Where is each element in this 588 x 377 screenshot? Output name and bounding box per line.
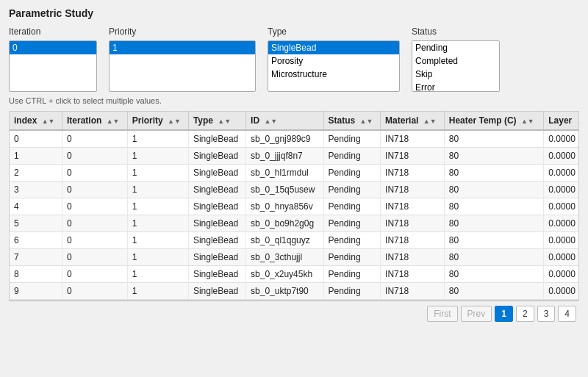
status-filter-group: Status Pending Completed Skip Error [412, 26, 500, 92]
cell-index: 9 [10, 283, 62, 300]
cell-iteration: 0 [62, 182, 127, 198]
cell-id: sb_0_15q5usew [246, 182, 323, 198]
cell-heater_temp: 80 [444, 182, 543, 198]
col-header-index[interactable]: index ▲▼ [10, 112, 62, 130]
cell-iteration: 0 [62, 283, 127, 300]
cell-heater_temp: 80 [444, 232, 543, 249]
cell-iteration: 0 [62, 165, 127, 182]
cell-status: Pending [323, 148, 381, 165]
table-row[interactable]: 301SingleBeadsb_0_15q5usewPendingIN71880… [10, 182, 579, 198]
table-row[interactable]: 201SingleBeadsb_0_hl1rmdulPendingIN71880… [10, 165, 579, 182]
col-header-id[interactable]: ID ▲▼ [246, 112, 323, 130]
cell-heater_temp: 80 [444, 198, 543, 215]
data-table: index ▲▼ Iteration ▲▼ Priority ▲▼ Type ▲… [10, 112, 579, 300]
cell-heater_temp: 80 [444, 266, 543, 283]
cell-heater_temp: 80 [444, 148, 543, 165]
col-header-priority[interactable]: Priority ▲▼ [127, 112, 188, 130]
table-row[interactable]: 701SingleBeadsb_0_3cthujjlPendingIN71880… [10, 249, 579, 266]
first-page-button[interactable]: First [427, 306, 457, 322]
cell-id: sb_0_x2uy45kh [246, 266, 323, 283]
sort-icon-index: ▲▼ [42, 118, 55, 125]
table-body: 001SingleBeadsb_0_gnj989c9PendingIN71880… [10, 130, 579, 300]
type-filter-label: Type [268, 26, 400, 37]
sort-icon-layer: ▲▼ [577, 118, 579, 125]
priority-filter-group: Priority 1 [109, 26, 256, 92]
col-header-material[interactable]: Material ▲▼ [381, 112, 445, 130]
cell-index: 5 [10, 215, 62, 232]
page-2-button[interactable]: 2 [516, 306, 534, 322]
table-row[interactable]: 401SingleBeadsb_0_hnya856vPendingIN71880… [10, 198, 579, 215]
cell-layer: 0.0000 [544, 215, 579, 232]
cell-heater_temp: 80 [444, 215, 543, 232]
cell-priority: 1 [127, 283, 188, 300]
cell-material: IN718 [381, 130, 445, 148]
cell-status: Pending [323, 283, 381, 300]
cell-index: 8 [10, 266, 62, 283]
sort-icon-type: ▲▼ [218, 118, 231, 125]
priority-filter-label: Priority [109, 26, 256, 37]
sort-icon-priority: ▲▼ [168, 118, 181, 125]
cell-type: SingleBead [188, 283, 245, 300]
cell-heater_temp: 80 [444, 165, 543, 182]
cell-layer: 0.0000 [544, 148, 579, 165]
cell-type: SingleBead [188, 148, 245, 165]
priority-filter-select[interactable]: 1 [109, 40, 256, 92]
cell-priority: 1 [127, 148, 188, 165]
cell-iteration: 0 [62, 249, 127, 266]
col-header-iteration[interactable]: Iteration ▲▼ [62, 112, 127, 130]
cell-status: Pending [323, 198, 381, 215]
cell-id: sb_0_hnya856v [246, 198, 323, 215]
table-row[interactable]: 801SingleBeadsb_0_x2uy45khPendingIN71880… [10, 266, 579, 283]
sort-icon-id: ▲▼ [264, 118, 277, 125]
page-1-button[interactable]: 1 [495, 306, 513, 322]
cell-status: Pending [323, 215, 381, 232]
col-header-type[interactable]: Type ▲▼ [188, 112, 245, 130]
cell-index: 1 [10, 148, 62, 165]
filters-row: Iteration 0 Priority 1 Type SingleBead P… [9, 26, 579, 92]
sort-icon-heater-temp: ▲▼ [521, 118, 534, 125]
cell-material: IN718 [381, 215, 445, 232]
prev-page-button[interactable]: Prev [461, 306, 492, 322]
cell-heater_temp: 80 [444, 130, 543, 148]
col-header-status[interactable]: Status ▲▼ [323, 112, 381, 130]
cell-id: sb_0_hl1rmdul [246, 165, 323, 182]
cell-material: IN718 [381, 232, 445, 249]
cell-iteration: 0 [62, 215, 127, 232]
table-row[interactable]: 101SingleBeadsb_0_jjjqf8n7PendingIN71880… [10, 148, 579, 165]
cell-index: 4 [10, 198, 62, 215]
status-filter-select[interactable]: Pending Completed Skip Error [412, 40, 500, 92]
cell-material: IN718 [381, 249, 445, 266]
cell-material: IN718 [381, 165, 445, 182]
table-row[interactable]: 901SingleBeadsb_0_uktp7t90PendingIN71880… [10, 283, 579, 300]
cell-type: SingleBead [188, 249, 245, 266]
cell-layer: 0.0000 [544, 165, 579, 182]
cell-status: Pending [323, 266, 381, 283]
page-4-button[interactable]: 4 [558, 306, 576, 322]
table-row[interactable]: 601SingleBeadsb_0_ql1qguyzPendingIN71880… [10, 232, 579, 249]
cell-type: SingleBead [188, 266, 245, 283]
cell-layer: 0.0000 [544, 198, 579, 215]
page-3-button[interactable]: 3 [537, 306, 556, 322]
cell-priority: 1 [127, 266, 188, 283]
cell-index: 0 [10, 130, 62, 148]
cell-material: IN718 [381, 182, 445, 198]
cell-layer: 0.0000 [544, 283, 579, 300]
col-header-layer[interactable]: Layer ▲▼ [544, 112, 579, 130]
cell-id: sb_0_uktp7t90 [246, 283, 323, 300]
col-header-heater-temp[interactable]: Heater Temp (C) ▲▼ [444, 112, 543, 130]
cell-priority: 1 [127, 249, 188, 266]
iteration-filter-select[interactable]: 0 [9, 40, 97, 92]
cell-status: Pending [323, 165, 381, 182]
table-row[interactable]: 001SingleBeadsb_0_gnj989c9PendingIN71880… [10, 130, 579, 148]
cell-material: IN718 [381, 283, 445, 300]
type-filter-select[interactable]: SingleBead Porosity Microstructure [268, 40, 400, 92]
cell-priority: 1 [127, 182, 188, 198]
page-title: Parametric Study [9, 7, 579, 19]
cell-type: SingleBead [188, 215, 245, 232]
table-row[interactable]: 501SingleBeadsb_0_bo9h2g0gPendingIN71880… [10, 215, 579, 232]
cell-layer: 0.0000 [544, 249, 579, 266]
cell-material: IN718 [381, 148, 445, 165]
cell-status: Pending [323, 130, 381, 148]
iteration-filter-group: Iteration 0 [9, 26, 97, 92]
cell-priority: 1 [127, 232, 188, 249]
